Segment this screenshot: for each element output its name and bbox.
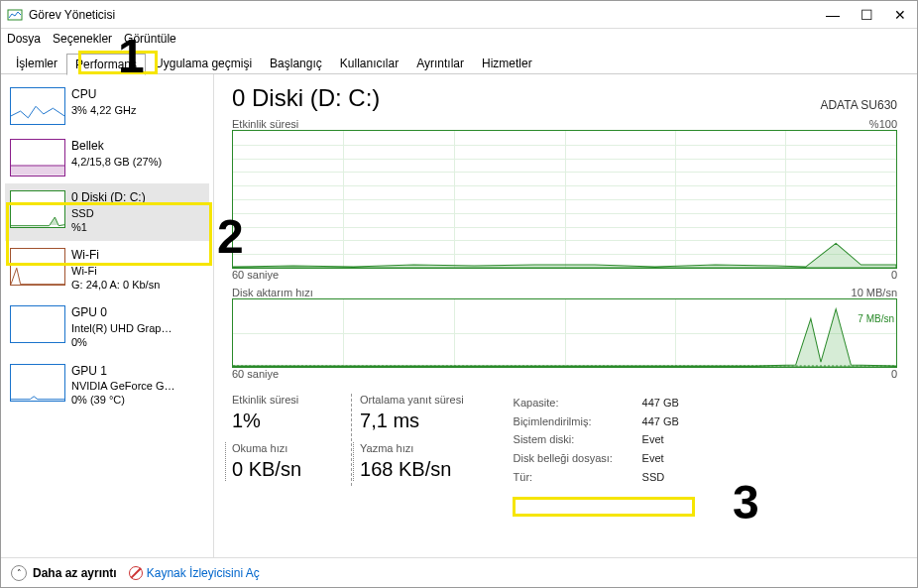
stat-write-label: Yazma hızı bbox=[360, 442, 464, 454]
activity-chart-block: Etkinlik süresi %100 60 saniye 0 bbox=[232, 118, 897, 281]
gpu0-title: GPU 0 bbox=[71, 305, 172, 321]
tab-details[interactable]: Ayrıntılar bbox=[407, 53, 473, 73]
sidebar-item-cpu[interactable]: CPU 3% 4,22 GHz bbox=[5, 80, 209, 132]
title-bar: Görev Yöneticisi — ☐ ✕ bbox=[1, 1, 917, 29]
gpu1-sub1: NVIDIA GeForce G… bbox=[71, 379, 175, 393]
prop-capacity-key: Kapasite: bbox=[514, 394, 642, 412]
minimize-button[interactable]: — bbox=[816, 1, 850, 29]
stat-read-label: Okuma hızı bbox=[232, 442, 301, 454]
open-resource-monitor-link[interactable]: Kaynak İzleyicisini Aç bbox=[129, 566, 260, 580]
fewer-details-label: Daha az ayrıntı bbox=[33, 566, 117, 580]
wifi-title: Wi-Fi bbox=[71, 248, 160, 264]
memory-title: Bellek bbox=[71, 139, 162, 155]
throughput-chart-max: 10 MB/sn bbox=[852, 287, 897, 298]
disk-title: 0 Diski (D: C:) bbox=[71, 190, 146, 206]
prop-type-key: Tür: bbox=[514, 468, 642, 487]
stat-properties: Kapasite:447 GB Biçimlendirilmiş:447 GB … bbox=[514, 394, 679, 486]
throughput-chart-label: Disk aktarım hızı bbox=[232, 287, 313, 298]
gpu1-title: GPU 1 bbox=[71, 364, 175, 380]
throughput-chart-xleft: 60 saniye bbox=[232, 368, 279, 380]
annotation-number-3: 3 bbox=[733, 475, 759, 529]
resmon-label: Kaynak İzleyicisini Aç bbox=[147, 566, 260, 580]
sidebar-item-memory[interactable]: Bellek 4,2/15,8 GB (27%) bbox=[5, 132, 209, 183]
stat-avgresp-value: 7,1 ms bbox=[360, 410, 464, 432]
prop-pagefile-val: Evet bbox=[642, 449, 664, 468]
stat-response: Ortalama yanıt süresi 7,1 ms Yazma hızı … bbox=[351, 394, 464, 486]
prop-formatted-val: 447 GB bbox=[642, 412, 679, 431]
stat-read-value: 0 KB/sn bbox=[232, 458, 301, 481]
content-area: CPU 3% 4,22 GHz Bellek 4,2/15,8 GB (27%)… bbox=[1, 74, 917, 557]
stat-write-value: 168 KB/sn bbox=[360, 458, 464, 481]
disk-model: ADATA SU630 bbox=[820, 98, 897, 112]
sidebar: CPU 3% 4,22 GHz Bellek 4,2/15,8 GB (27%)… bbox=[1, 74, 214, 557]
app-icon bbox=[7, 7, 23, 23]
disk-thumb-icon bbox=[10, 190, 65, 228]
stat-activity-label: Etkinlik süresi bbox=[232, 394, 301, 406]
prop-capacity-val: 447 GB bbox=[642, 394, 679, 412]
cpu-sub: 3% 4,22 GHz bbox=[71, 103, 136, 117]
sidebar-item-gpu1[interactable]: GPU 1 NVIDIA GeForce G… 0% (39 °C) bbox=[5, 357, 209, 414]
gpu0-thumb-icon bbox=[10, 305, 65, 343]
tab-app-history[interactable]: Uygulama geçmişi bbox=[146, 53, 261, 73]
prop-sysdisk-key: Sistem diski: bbox=[514, 430, 642, 449]
stat-avgresp-label: Ortalama yanıt süresi bbox=[360, 394, 464, 406]
close-button[interactable]: ✕ bbox=[883, 1, 917, 29]
cpu-thumb-icon bbox=[10, 87, 65, 125]
chevron-up-icon: ˄ bbox=[11, 565, 27, 581]
activity-chart-max: %100 bbox=[869, 118, 897, 130]
prop-sysdisk-val: Evet bbox=[642, 430, 664, 449]
memory-thumb-icon bbox=[10, 139, 65, 176]
disk-sub1: SSD bbox=[71, 206, 146, 220]
annotation-number-2: 2 bbox=[217, 209, 244, 264]
annotation-number-1: 1 bbox=[118, 29, 145, 83]
throughput-chart-min: 0 bbox=[891, 368, 897, 380]
resource-monitor-icon bbox=[129, 566, 143, 580]
gpu1-sub2: 0% (39 °C) bbox=[71, 393, 175, 407]
activity-chart-min: 0 bbox=[891, 269, 897, 281]
tab-users[interactable]: Kullanıcılar bbox=[331, 53, 407, 73]
sidebar-item-wifi[interactable]: Wi-Fi Wi-Fi G: 24,0 A: 0 Kb/sn bbox=[5, 241, 209, 298]
throughput-chart: 7 MB/sn bbox=[232, 298, 897, 368]
gpu0-sub2: 0% bbox=[71, 335, 172, 349]
tab-startup[interactable]: Başlangıç bbox=[261, 53, 331, 73]
tab-processes[interactable]: İşlemler bbox=[7, 53, 66, 73]
window-controls: — ☐ ✕ bbox=[816, 1, 917, 29]
gpu1-thumb-icon bbox=[10, 364, 65, 402]
wifi-sub1: Wi-Fi bbox=[71, 264, 160, 278]
svg-rect-0 bbox=[8, 10, 22, 20]
stat-activity-value: 1% bbox=[232, 410, 301, 432]
sidebar-item-disk[interactable]: 0 Diski (D: C:) SSD %1 bbox=[5, 183, 209, 241]
cpu-title: CPU bbox=[71, 87, 136, 103]
activity-chart-label: Etkinlik süresi bbox=[232, 118, 298, 130]
prop-formatted-key: Biçimlendirilmiş: bbox=[514, 412, 642, 431]
disk-sub2: %1 bbox=[71, 220, 146, 234]
gpu0-sub1: Intel(R) UHD Grap… bbox=[71, 321, 172, 335]
sidebar-item-gpu0[interactable]: GPU 0 Intel(R) UHD Grap… 0% bbox=[5, 298, 209, 356]
prop-pagefile-key: Disk belleği dosyası: bbox=[514, 449, 642, 468]
footer-bar: ˄ Daha az ayrıntı Kaynak İzleyicisini Aç bbox=[1, 557, 917, 587]
menu-file[interactable]: Dosya bbox=[7, 32, 41, 46]
page-title: 0 Diski (D: C:) bbox=[232, 84, 380, 112]
fewer-details-button[interactable]: ˄ Daha az ayrıntı bbox=[11, 565, 117, 581]
window-title: Görev Yöneticisi bbox=[29, 8, 115, 22]
stat-activity: Etkinlik süresi 1% Okuma hızı 0 KB/sn bbox=[232, 394, 301, 486]
activity-chart-xleft: 60 saniye bbox=[232, 269, 279, 281]
stats-row: Etkinlik süresi 1% Okuma hızı 0 KB/sn Or… bbox=[232, 394, 897, 486]
prop-type-val: SSD bbox=[642, 468, 665, 487]
activity-chart bbox=[232, 130, 897, 269]
svg-rect-1 bbox=[11, 166, 64, 176]
main-panel: 0 Diski (D: C:) ADATA SU630 Etkinlik sür… bbox=[214, 74, 917, 557]
throughput-chart-block: Disk aktarım hızı 10 MB/sn 7 MB/sn 60 sa… bbox=[232, 287, 897, 380]
wifi-sub2: G: 24,0 A: 0 Kb/sn bbox=[71, 278, 160, 292]
menu-options[interactable]: Seçenekler bbox=[53, 32, 112, 46]
wifi-thumb-icon bbox=[10, 248, 65, 286]
memory-sub: 4,2/15,8 GB (27%) bbox=[71, 155, 162, 169]
tab-services[interactable]: Hizmetler bbox=[473, 53, 541, 73]
maximize-button[interactable]: ☐ bbox=[850, 1, 883, 29]
